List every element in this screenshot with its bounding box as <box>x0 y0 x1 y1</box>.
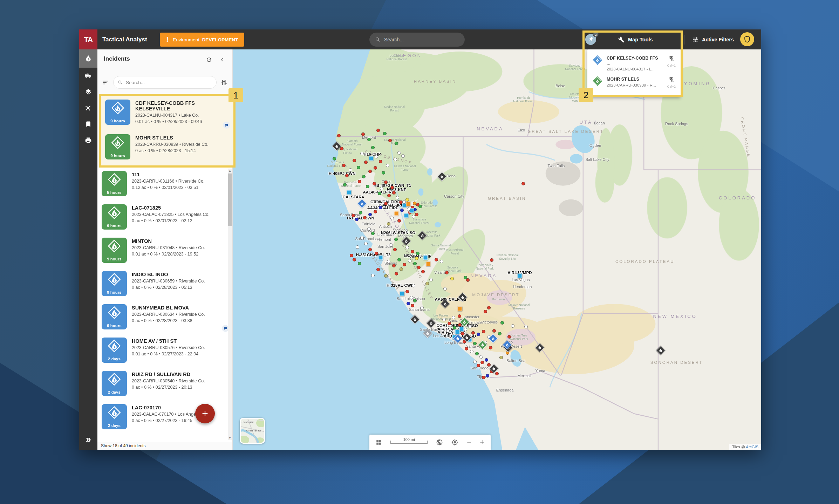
map-incident-dot[interactable] <box>442 318 446 321</box>
map-incident-dot[interactable] <box>405 198 409 202</box>
map-incident-dot[interactable] <box>405 246 409 249</box>
map-aircraft-diamond[interactable] <box>418 231 427 240</box>
list-filter-button[interactable] <box>221 79 227 86</box>
map-incident-dot[interactable] <box>400 209 404 212</box>
map-incident-dot[interactable] <box>371 146 375 149</box>
unpin-button[interactable]: Ctrl+2 <box>667 77 676 88</box>
map-incident-dot[interactable] <box>425 282 429 285</box>
map-incident-dot[interactable] <box>360 152 364 155</box>
map-incident-dot[interactable] <box>492 329 496 333</box>
map-incident-dot[interactable] <box>466 278 470 282</box>
scroll-up-arrow[interactable]: ▲ <box>228 169 232 173</box>
map-incident-dot[interactable] <box>450 277 454 280</box>
map-incident-dot[interactable] <box>350 254 353 257</box>
map-aircraft-diamond[interactable] <box>441 299 450 309</box>
map-incident-dot[interactable] <box>343 183 347 186</box>
map-incident-dot[interactable] <box>358 262 361 265</box>
rail-item-bookmarks[interactable] <box>79 116 97 132</box>
map-incident-dot[interactable] <box>443 287 447 291</box>
map-incident-dot[interactable] <box>415 257 418 260</box>
map-incident-dot[interactable] <box>401 154 405 158</box>
active-filters-button[interactable]: Active Filters <box>692 29 734 49</box>
map-incident-dot[interactable] <box>371 232 375 235</box>
map-incident-dot[interactable] <box>416 252 420 255</box>
map-incident-dot[interactable] <box>397 258 401 261</box>
grid-view-button[interactable] <box>376 439 382 445</box>
map-incident-dot[interactable] <box>446 329 450 333</box>
map-incident-dot[interactable] <box>413 202 416 205</box>
map-resource-square[interactable] <box>517 274 522 278</box>
map-incident-dot[interactable] <box>448 322 451 325</box>
incident-card[interactable]: 9 hours INDIO BL INDO 2023-CARRU-030659 … <box>97 267 232 301</box>
map-incident-dot[interactable] <box>400 267 403 271</box>
globe-button[interactable] <box>436 439 443 446</box>
map-incident-dot[interactable] <box>382 171 385 175</box>
map-incident-dot[interactable] <box>380 187 383 190</box>
map-incident-dot[interactable] <box>402 200 406 204</box>
map-incident-dot[interactable] <box>418 205 422 208</box>
incident-card[interactable]: 2 days RUIZ RD / SULLIVAN RD 2023-CARRU-… <box>97 367 232 401</box>
rail-item-layers[interactable] <box>79 84 97 100</box>
map-incident-dot[interactable] <box>452 316 455 319</box>
map-incident-dot[interactable] <box>368 248 372 251</box>
map-incident-dot[interactable] <box>408 259 411 263</box>
map-incident-dot[interactable] <box>390 217 394 220</box>
map-incident-dot[interactable] <box>364 242 368 245</box>
map-incident-dot[interactable] <box>375 252 378 255</box>
collapse-panel-button[interactable]: ‹ <box>217 54 227 65</box>
user-avatar[interactable] <box>740 32 754 46</box>
basemap-selector-thumbnail[interactable]: Lewistown Juniata Terrace <box>240 418 265 444</box>
add-incident-button[interactable]: + <box>195 404 215 423</box>
map-incident-dot[interactable] <box>489 346 492 349</box>
map-incident-dot[interactable] <box>340 147 343 150</box>
map-incident-dot[interactable] <box>379 206 382 209</box>
map-incident-dot[interactable] <box>458 314 461 318</box>
map-aircraft-diamond[interactable] <box>458 292 468 302</box>
map-resource-square[interactable] <box>378 255 383 260</box>
map-incident-dot[interactable] <box>473 342 477 345</box>
map-incident-dot[interactable] <box>379 160 382 163</box>
map-resource-square[interactable] <box>426 262 430 266</box>
map-incident-dot[interactable] <box>393 248 397 251</box>
map-resource-square[interactable] <box>404 213 408 218</box>
map-incident-dot[interactable] <box>374 210 377 213</box>
map-incident-dot[interactable] <box>464 328 467 331</box>
map-incident-dot[interactable] <box>368 170 372 173</box>
map-aircraft-diamond[interactable] <box>410 314 420 324</box>
map-aircraft-diamond[interactable] <box>535 343 545 352</box>
map-incident-dot[interactable] <box>440 260 443 263</box>
map-incident-dot[interactable] <box>333 157 336 161</box>
map-incident-dot[interactable] <box>364 161 368 164</box>
map-incident-dot[interactable] <box>353 159 356 162</box>
map-incident-dot[interactable] <box>435 258 438 261</box>
map-aircraft-diamond[interactable] <box>656 346 666 355</box>
map-incident-dot[interactable] <box>415 213 418 216</box>
map-incident-dot[interactable] <box>429 278 433 281</box>
map-incident-dot[interactable] <box>403 263 406 266</box>
map-incident-dot[interactable] <box>395 272 398 275</box>
map-incident-dot[interactable] <box>392 264 396 267</box>
map-incident-dot[interactable] <box>360 236 364 239</box>
map-incident-dot[interactable] <box>521 182 525 185</box>
map-incident-dot[interactable] <box>374 166 377 170</box>
map-incident-dot[interactable] <box>387 222 390 226</box>
map-resource-square[interactable] <box>423 255 428 260</box>
map-incident-dot[interactable] <box>387 260 390 263</box>
incident-card[interactable]: 2 days HOME AV / 5TH ST 2023-CARRU-03057… <box>97 334 232 367</box>
incident-card[interactable]: 9 hours MINTON 2023-CARRU-031048 • River… <box>97 234 232 267</box>
map-incident-dot[interactable] <box>376 268 380 271</box>
pinned-popup-item[interactable]: CDF KELSEY-COBB FFS ... 2023-CALNU-00431… <box>587 53 681 74</box>
map-resource-square[interactable] <box>458 307 462 311</box>
map-incident-dot[interactable] <box>477 333 480 336</box>
map-resource-square[interactable] <box>369 156 374 161</box>
map-incident-dot[interactable] <box>413 299 417 302</box>
map-incident-dot[interactable] <box>486 374 489 377</box>
map-incident-dot[interactable] <box>507 335 511 339</box>
map-incident-dot[interactable] <box>524 325 528 328</box>
map-aircraft-diamond[interactable] <box>423 328 432 338</box>
map-incident-dot[interactable] <box>383 132 387 135</box>
map-incident-dot[interactable] <box>375 155 378 158</box>
map-incident-dot[interactable] <box>357 166 360 169</box>
map-incident-dot[interactable] <box>487 306 491 309</box>
map-incident-dot[interactable] <box>371 274 375 277</box>
